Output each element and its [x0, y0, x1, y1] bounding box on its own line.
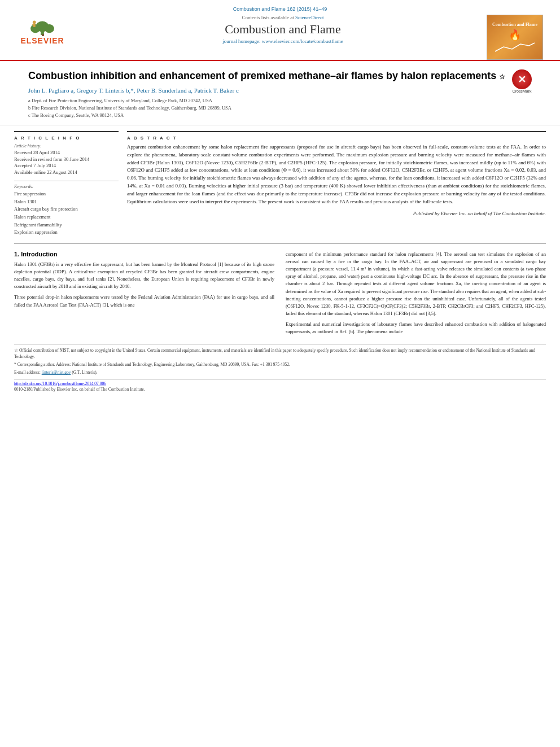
doi-link: http://dx.doi.org/10.1016/j.combustflame… — [14, 381, 546, 387]
right-para-2: Experimental and numerical investigation… — [286, 321, 546, 335]
intro-para-1: Halon 1301 (CF3Br) is a very effective f… — [14, 261, 274, 291]
email-footnote: E-mail address: linteris@nist.gov (G.T. … — [14, 369, 546, 375]
journal-title: Combustion and Flame — [85, 22, 481, 37]
accepted-date: Accepted 7 July 2014 — [14, 163, 119, 169]
elsevier-wordmark: ELSEVIER — [20, 36, 64, 45]
article-info-col: A R T I C L E I N F O Article history: R… — [14, 131, 119, 237]
journal-cover-area: Combustion and Flame 🔥 — [487, 15, 549, 60]
star-footnote: ☆ — [499, 73, 505, 81]
email-link[interactable]: linteris@nist.gov — [42, 370, 71, 375]
affiliation-c: c The Boeing Company, Seattle, WA 98124,… — [28, 112, 506, 119]
sciencedirect-link: Contents lists available at ScienceDirec… — [85, 15, 481, 20]
elsevier-logo: ELSEVIER — [11, 15, 73, 46]
elsevier-logo-area: ELSEVIER — [11, 15, 79, 46]
doi-anchor[interactable]: http://dx.doi.org/10.1016/j.combustflame… — [14, 381, 106, 386]
journal-cover-image: Combustion and Flame 🔥 — [487, 15, 543, 60]
crossmark-badge: ✕ CrossMark — [512, 69, 532, 89]
article-info-label: A R T I C L E I N F O — [14, 136, 119, 141]
footnote-2: * Corresponding author. Address: Nationa… — [14, 361, 546, 368]
page: Combustion and Flame 162 (2015) 41–49 — [0, 0, 560, 747]
abstract-section: A B S T R A C T Apparent combustion enha… — [127, 131, 546, 217]
issn-text: 0010-2180/Published by Elsevier Inc. on … — [14, 387, 546, 393]
history-label: Article history: — [14, 143, 119, 148]
keyword-6: Explosion suppression — [14, 229, 119, 237]
body-section: 1. Introduction Halon 1301 (CF3Br) is a … — [0, 251, 560, 339]
article-header: Combustion inhibition and enhancement of… — [0, 61, 560, 125]
journal-title-area: Contents lists available at ScienceDirec… — [79, 15, 487, 44]
cover-graph-icon — [492, 41, 537, 53]
elsevier-tree-icon — [23, 15, 62, 36]
right-para-1: component of the minimum performance sta… — [286, 251, 546, 318]
revised-date: Received in revised form 30 June 2014 — [14, 156, 119, 163]
footnote-1: ☆ Official contribution of NIST, not sub… — [14, 347, 546, 360]
keyword-4: Halon replacement — [14, 213, 119, 221]
section-divider — [14, 243, 546, 244]
intro-heading: 1. Introduction — [14, 251, 274, 257]
keyword-3: Aircraft cargo bay fire protection — [14, 206, 119, 213]
body-right-col: component of the minimum performance sta… — [286, 251, 546, 339]
intro-para-2: Three potential drop-in halon replacemen… — [14, 294, 274, 308]
keyword-5: Refrigerant flammability — [14, 221, 119, 229]
affiliation-b: b Fire Research Division, National Insti… — [28, 104, 506, 112]
journal-info-line: Combustion and Flame 162 (2015) 41–49 — [11, 6, 549, 12]
article-meta-section: A R T I C L E I N F O Article history: R… — [0, 125, 560, 237]
crossmark-icon: ✕ — [512, 69, 532, 89]
flame-icon: 🔥 — [509, 29, 521, 41]
svg-point-5 — [33, 20, 36, 24]
article-history: Article history: Received 28 April 2014 … — [14, 143, 119, 177]
footer-bar: http://dx.doi.org/10.1016/j.combustflame… — [14, 379, 546, 393]
published-by: Published by Elsevier Inc. on behalf of … — [127, 211, 546, 216]
abstract-label: A B S T R A C T — [127, 136, 546, 141]
authors-list: John L. Pagliaro a, Gregory T. Linteris … — [28, 87, 506, 94]
journal-homepage: journal homepage: www.elsevier.com/locat… — [85, 38, 481, 44]
keywords-label: Keywords: — [14, 184, 119, 189]
footnotes-area: ☆ Official contribution of NIST, not sub… — [14, 344, 546, 376]
abstract-col: A B S T R A C T Apparent combustion enha… — [127, 131, 546, 237]
body-left-col: 1. Introduction Halon 1301 (CF3Br) is a … — [14, 251, 274, 339]
sciencedirect-anchor[interactable]: ScienceDirect — [295, 15, 323, 20]
homepage-link[interactable]: journal homepage: www.elsevier.com/locat… — [222, 38, 343, 44]
svg-point-3 — [45, 24, 54, 33]
journal-header: Combustion and Flame 162 (2015) 41–49 — [0, 0, 560, 61]
affiliation-a: a Dept. of Fire Protection Engineering, … — [28, 97, 506, 104]
keyword-1: Fire suppression — [14, 190, 119, 198]
article-info: A R T I C L E I N F O Article history: R… — [14, 131, 119, 237]
available-date: Available online 22 August 2014 — [14, 169, 119, 176]
keywords-section: Keywords: Fire suppression Halon 1301 Ai… — [14, 181, 119, 237]
article-title: Combustion inhibition and enhancement of… — [28, 69, 506, 82]
abstract-text: Apparent combustion enhancement by some … — [127, 143, 546, 207]
received-date: Received 28 April 2014 — [14, 150, 119, 156]
keyword-2: Halon 1301 — [14, 198, 119, 206]
affiliations: a Dept. of Fire Protection Engineering, … — [28, 97, 506, 119]
